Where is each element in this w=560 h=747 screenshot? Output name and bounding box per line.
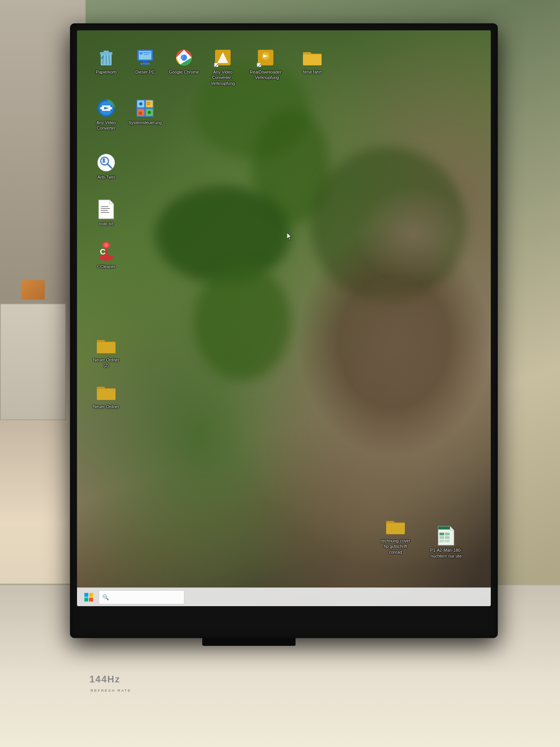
icon-ccleaner[interactable]: C CCleaner (89, 240, 124, 271)
svg-rect-58 (438, 526, 450, 530)
todo-txt-icon-img (96, 199, 116, 219)
decorative-item (21, 280, 45, 300)
desktop-icons-container: Papierkorb Dieser PC (77, 30, 491, 587)
neuer-ordner-label: Neuer Ordner (93, 404, 119, 409)
svg-rect-8 (143, 61, 147, 63)
folder-icon (302, 49, 322, 66)
svg-rect-2 (103, 51, 109, 53)
neuer-ordner-icon-img (96, 382, 116, 402)
svg-rect-28 (100, 105, 102, 107)
icon-todo-txt[interactable]: todo.txt (89, 198, 124, 228)
windows-logo-icon (84, 593, 93, 601)
svg-rect-31 (110, 109, 112, 111)
icon-systemsteuerung[interactable]: Systemsteuerung (128, 96, 163, 127)
icon-rechnung-cover[interactable]: rechnung cover hp gutschrift conrad (378, 515, 413, 556)
hz-badge: 144Hz (89, 674, 120, 685)
svg-rect-30 (100, 109, 102, 111)
icon-anyvc-link[interactable]: Any Video Converter - Verknüpfung (205, 46, 240, 88)
svg-rect-60 (445, 533, 450, 535)
svg-rect-51 (101, 210, 108, 211)
ccleaner-svg: C (97, 242, 116, 262)
cabinet (0, 303, 66, 420)
icon-filme-fahrt[interactable]: filme fahrt (295, 46, 330, 76)
svg-rect-12 (144, 54, 149, 55)
svg-rect-68 (84, 598, 88, 601)
folder3-svg (96, 384, 116, 401)
filme-fahrt-icon-img (302, 47, 322, 68)
spreadsheet-svg (438, 526, 455, 546)
svg-point-38 (139, 102, 142, 105)
icon-neuer-ordner-2[interactable]: Neuer Ordner (2) (89, 334, 124, 370)
mouse-cursor (287, 233, 292, 240)
svg-rect-11 (144, 52, 150, 53)
svg-rect-50 (101, 208, 110, 209)
icon-anyvc[interactable]: Any Video Converter (89, 96, 124, 133)
anti-twin-svg (97, 153, 116, 172)
svg-rect-39 (147, 102, 150, 103)
svg-point-42 (148, 111, 151, 114)
icon-anti-twin[interactable]: Anti-Twin (89, 151, 124, 181)
systemsteuerung-label: Systemsteuerung (128, 120, 162, 125)
chrome-icon-img (174, 47, 194, 68)
p1-a2-label: P1-A2-Män-180-nüchtern nur ute (430, 547, 462, 559)
neuer-ordner-2-icon-img (96, 335, 116, 356)
dieser-pc-label: Dieser PC (135, 69, 155, 75)
svg-rect-62 (445, 536, 450, 539)
svg-rect-52 (101, 212, 109, 213)
filme-fahrt-label: filme fahrt (303, 69, 322, 75)
computer-icon (136, 49, 154, 66)
anti-twin-icon-img (96, 153, 116, 173)
chrome-svg-icon (175, 48, 193, 67)
hz-sub-label: REFRESH RATE (91, 689, 131, 693)
svg-rect-29 (110, 105, 112, 107)
svg-point-56 (104, 243, 108, 247)
anyvc-label: Any Video Converter (90, 120, 122, 131)
svg-rect-67 (89, 593, 93, 597)
anyvc-app-svg (96, 98, 116, 118)
rechnung-cover-label: rechnung cover hp gutschrift conrad (380, 538, 411, 555)
papierkorb-label: Papierkorb (96, 69, 116, 75)
recycle-bin-icon (98, 48, 115, 67)
svg-marker-65 (287, 233, 291, 240)
icon-dieser-pc[interactable]: Dieser PC (128, 46, 163, 76)
svg-rect-64 (445, 540, 450, 542)
realdownloader-icon-img (256, 47, 276, 68)
papierkorb-icon-img (96, 47, 116, 68)
svg-rect-59 (439, 533, 444, 535)
svg-rect-10 (140, 52, 143, 54)
svg-point-47 (103, 158, 105, 161)
search-icon: 🔍 (102, 594, 109, 600)
dieser-pc-icon-img (135, 47, 155, 68)
icon-p1-a2[interactable]: P1-A2-Män-180-nüchtern nur ute (429, 524, 464, 560)
icon-realdownloader-link[interactable]: RealDownloader - Verknüpfung (248, 46, 283, 82)
anyvc-link-label: Any Video Converter - Verknüpfung (207, 69, 239, 86)
folder2-svg (96, 337, 116, 354)
control-panel-svg (136, 99, 154, 117)
monitor-bezel: Papierkorb Dieser PC (70, 23, 498, 638)
rechnung-cover-icon-img (385, 516, 406, 537)
svg-rect-20 (214, 63, 218, 67)
anyvc-link-icon-img (213, 47, 233, 68)
systemsteuerung-icon-img (135, 98, 155, 118)
chrome-label: Google Chrome (169, 69, 199, 75)
todo-txt-label: todo.txt (99, 221, 113, 226)
monitor-screen: Papierkorb Dieser PC (77, 30, 491, 606)
icon-neuer-ordner[interactable]: Neuer Ordner (89, 381, 124, 411)
realdownloader-label: RealDownloader - Verknüpfung (250, 69, 282, 81)
ccleaner-icon-img: C (96, 242, 116, 262)
anti-twin-label: Anti-Twin (97, 174, 115, 180)
svg-rect-66 (84, 593, 88, 597)
svg-rect-41 (139, 112, 142, 115)
svg-rect-24 (257, 63, 261, 67)
icon-papierkorb[interactable]: Papierkorb (89, 46, 124, 76)
svg-rect-63 (439, 540, 444, 542)
svg-rect-40 (147, 104, 150, 105)
start-button[interactable] (80, 589, 97, 606)
icon-google-chrome[interactable]: Google Chrome (166, 46, 201, 76)
p1-a2-icon-img (436, 526, 456, 546)
svg-rect-61 (439, 536, 444, 539)
anyvc-link-svg (214, 48, 232, 67)
taskbar-search-box[interactable]: 🔍 (99, 590, 184, 604)
svg-rect-9 (140, 63, 150, 65)
taskbar: 🔍 (77, 587, 491, 606)
